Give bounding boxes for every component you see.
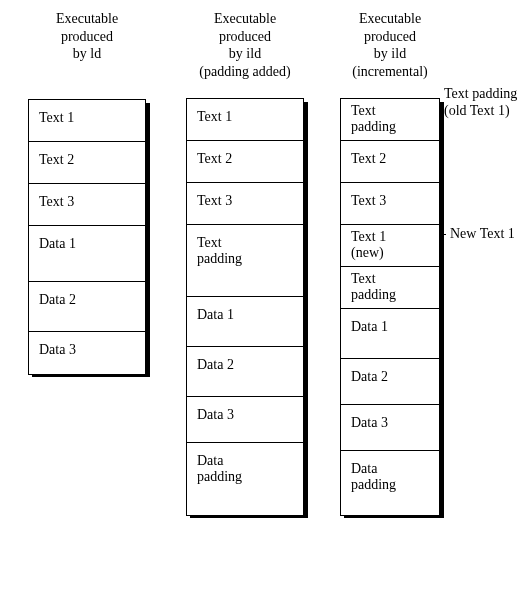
cell-data-1: Data 1 xyxy=(341,309,439,359)
cell-label: Text padding xyxy=(351,103,411,135)
cell-text-padding: Text padding xyxy=(187,225,303,297)
cell-label: Text 2 xyxy=(39,152,74,168)
annotation-text: New Text 1 xyxy=(450,226,515,241)
cell-label: Text 3 xyxy=(39,194,74,210)
annotation-old-text-1: Text padding (old Text 1) xyxy=(444,86,517,120)
cell-label: Data 1 xyxy=(39,236,76,252)
cell-label: Text 1 xyxy=(39,110,74,126)
cell-label: Data padding xyxy=(351,461,411,493)
cell-label: Text 1 (new) xyxy=(351,229,411,261)
cell-data-3: Data 3 xyxy=(187,397,303,443)
cell-label: Text 3 xyxy=(351,193,386,209)
cell-label: Data 2 xyxy=(351,369,388,385)
header-line: by ild xyxy=(374,46,406,61)
cell-label: Data 3 xyxy=(351,415,388,431)
cell-text-3: Text 3 xyxy=(29,184,145,226)
cell-text-padding-old: Text padding xyxy=(341,99,439,141)
stack-ild-inc: Text padding Text 2 Text 3 Text 1 (new) … xyxy=(340,98,440,516)
cell-text-1-new: Text 1 (new) xyxy=(341,225,439,267)
column-ild-inc-header: Executable produced by ild (incremental) xyxy=(340,10,440,80)
cell-text-padding: Text padding xyxy=(341,267,439,309)
header-line: (padding added) xyxy=(199,64,290,79)
annotation-text: (old Text 1) xyxy=(444,103,510,118)
cell-text-1: Text 1 xyxy=(187,99,303,141)
column-ild-inc: Executable produced by ild (incremental)… xyxy=(340,10,440,516)
cell-label: Text 2 xyxy=(197,151,232,167)
cell-label: Data padding xyxy=(197,453,257,485)
header-line: produced xyxy=(219,29,271,44)
cell-label: Data 2 xyxy=(197,357,234,373)
header-line: Executable xyxy=(56,11,118,26)
cell-data-1: Data 1 xyxy=(29,226,145,282)
cell-data-1: Data 1 xyxy=(187,297,303,347)
header-line: produced xyxy=(61,29,113,44)
cell-text-3: Text 3 xyxy=(187,183,303,225)
cell-label: Data 3 xyxy=(39,342,76,358)
cell-label: Text padding xyxy=(351,271,411,303)
header-line: by ild xyxy=(229,46,261,61)
stack-ild-pad: Text 1 Text 2 Text 3 Text padding Data 1… xyxy=(186,98,304,516)
column-ld-header: Executable produced by ld xyxy=(28,10,146,63)
stack-ld: Text 1 Text 2 Text 3 Data 1 Data 2 Data … xyxy=(28,99,146,375)
cell-label: Data 3 xyxy=(197,407,234,423)
cell-data-2: Data 2 xyxy=(187,347,303,397)
cell-text-1: Text 1 xyxy=(29,100,145,142)
cell-data-3: Data 3 xyxy=(341,405,439,451)
cell-text-2: Text 2 xyxy=(187,141,303,183)
cell-label: Text 2 xyxy=(351,151,386,167)
column-ild-pad: Executable produced by ild (padding adde… xyxy=(186,10,304,516)
cell-text-3: Text 3 xyxy=(341,183,439,225)
cell-data-2: Data 2 xyxy=(341,359,439,405)
annotation-new-text-1: New Text 1 xyxy=(450,226,515,243)
cell-label: Text 1 xyxy=(197,109,232,125)
cell-text-2: Text 2 xyxy=(341,141,439,183)
cell-data-2: Data 2 xyxy=(29,282,145,332)
cell-label: Data 1 xyxy=(351,319,388,335)
annotation-text: Text padding xyxy=(444,86,517,101)
header-line: Executable xyxy=(214,11,276,26)
header-line: (incremental) xyxy=(352,64,427,79)
cell-data-padding: Data padding xyxy=(341,451,439,515)
cell-label: Data 2 xyxy=(39,292,76,308)
cell-data-padding: Data padding xyxy=(187,443,303,515)
cell-label: Text 3 xyxy=(197,193,232,209)
cell-data-3: Data 3 xyxy=(29,332,145,374)
column-ild-pad-header: Executable produced by ild (padding adde… xyxy=(186,10,304,80)
cell-label: Data 1 xyxy=(197,307,234,323)
column-ld: Executable produced by ld Text 1 Text 2 … xyxy=(28,10,146,375)
header-line: produced xyxy=(364,29,416,44)
header-line: by ld xyxy=(73,46,101,61)
cell-label: Text padding xyxy=(197,235,257,267)
header-line: Executable xyxy=(359,11,421,26)
cell-text-2: Text 2 xyxy=(29,142,145,184)
